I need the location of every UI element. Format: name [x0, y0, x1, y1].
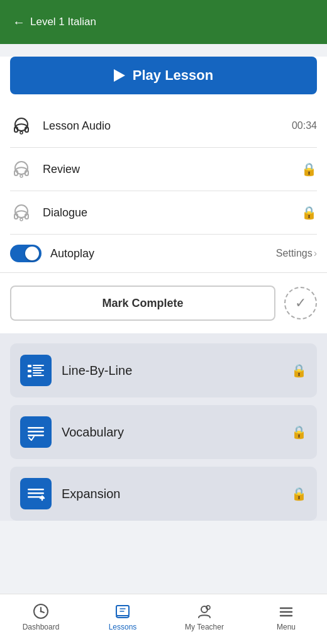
review-item[interactable]: Review 🔒 — [10, 148, 317, 191]
header: ← Level 1 Italian — [0, 0, 327, 44]
line-by-line-item[interactable]: Line-By-Line 🔒 — [10, 343, 317, 397]
nav-item-dashboard[interactable]: Dashboard — [0, 602, 82, 631]
dialogue-item[interactable]: Dialogue 🔒 — [10, 191, 317, 235]
settings-label: Settings — [276, 248, 313, 259]
mark-complete-area: Mark Complete ✓ — [0, 273, 327, 333]
svg-rect-21 — [28, 375, 31, 377]
vocabulary-icon — [20, 416, 52, 448]
svg-point-3 — [20, 131, 23, 134]
svg-point-13 — [20, 218, 23, 221]
header-title: Level 1 Italian — [30, 16, 96, 28]
dialogue-lock-icon: 🔒 — [301, 205, 317, 220]
svg-rect-18 — [28, 370, 31, 372]
features-section: Line-By-Line 🔒 Vocabulary 🔒 Expan — [0, 333, 327, 521]
svg-rect-33 — [116, 606, 129, 616]
bottom-navigation: Dashboard Lessons My Teacher Menu — [0, 594, 327, 644]
nav-item-my-teacher[interactable]: My Teacher — [164, 602, 245, 631]
expansion-item[interactable]: Expansion 🔒 — [10, 467, 317, 521]
lessons-nav-label: Lessons — [109, 623, 137, 631]
dashboard-nav-label: Dashboard — [23, 623, 60, 631]
svg-rect-15 — [28, 365, 31, 367]
lesson-audio-label: Lesson Audio — [43, 119, 282, 133]
checkmark-icon: ✓ — [295, 295, 306, 311]
back-navigation[interactable]: ← Level 1 Italian — [13, 15, 96, 30]
nav-item-menu[interactable]: Menu — [245, 602, 327, 631]
svg-rect-27 — [28, 492, 44, 494]
line-by-line-label: Line-By-Line — [62, 364, 281, 378]
chevron-right-icon: › — [314, 248, 317, 259]
play-icon — [114, 69, 125, 82]
headphone-icon-2 — [10, 158, 33, 180]
back-arrow-icon: ← — [13, 15, 25, 30]
expansion-lock-icon: 🔒 — [291, 486, 307, 501]
lessons-icon — [114, 602, 131, 620]
svg-rect-22 — [33, 375, 44, 376]
headphone-icon — [10, 114, 33, 137]
svg-rect-25 — [28, 435, 44, 436]
svg-rect-20 — [33, 372, 42, 374]
autoplay-label: Autoplay — [50, 247, 267, 260]
svg-point-8 — [20, 175, 23, 177]
my-teacher-nav-label: My Teacher — [185, 623, 224, 631]
main-content: Play Lesson Lesson Audio 00:34 — [0, 57, 327, 333]
play-lesson-button[interactable]: Play Lesson — [10, 57, 317, 94]
lesson-audio-time: 00:34 — [292, 120, 317, 131]
autoplay-row: Autoplay Settings › — [0, 235, 327, 273]
lesson-audio-item[interactable]: Lesson Audio 00:34 — [10, 104, 317, 148]
svg-point-32 — [40, 610, 42, 612]
line-by-line-icon — [20, 355, 52, 386]
svg-rect-26 — [28, 489, 44, 491]
settings-link[interactable]: Settings › — [276, 248, 317, 259]
line-by-line-lock-icon: 🔒 — [291, 363, 307, 378]
autoplay-toggle[interactable] — [10, 245, 42, 262]
vocabulary-item[interactable]: Vocabulary 🔒 — [10, 405, 317, 459]
expansion-icon — [20, 478, 52, 509]
svg-rect-23 — [28, 427, 44, 429]
play-lesson-label: Play Lesson — [133, 67, 213, 84]
headphone-icon-3 — [10, 201, 33, 224]
dashboard-icon — [32, 602, 50, 620]
check-circle[interactable]: ✓ — [284, 287, 317, 319]
review-label: Review — [43, 163, 291, 176]
menu-icon — [277, 602, 295, 620]
menu-nav-label: Menu — [277, 623, 296, 631]
vocabulary-label: Vocabulary — [62, 425, 281, 440]
audio-list: Lesson Audio 00:34 Review 🔒 — [0, 104, 327, 235]
expansion-label: Expansion — [62, 487, 281, 501]
svg-rect-19 — [33, 370, 44, 371]
my-teacher-icon — [196, 602, 213, 620]
review-lock-icon: 🔒 — [301, 162, 317, 177]
svg-rect-24 — [28, 431, 44, 433]
toggle-thumb — [25, 247, 39, 260]
vocabulary-lock-icon: 🔒 — [291, 425, 307, 440]
mark-complete-button[interactable]: Mark Complete — [10, 286, 275, 321]
svg-rect-16 — [33, 365, 44, 366]
svg-rect-17 — [33, 367, 42, 369]
nav-item-lessons[interactable]: Lessons — [82, 602, 164, 631]
dialogue-label: Dialogue — [43, 206, 291, 219]
